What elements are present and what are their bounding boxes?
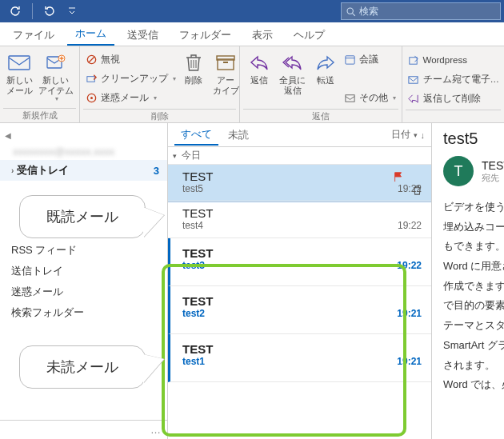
search-placeholder: 検索 [359,5,378,18]
nav-outbox[interactable]: 送信トレイ [0,261,167,281]
reply-stack: 会議 その他▾ [342,48,398,109]
refresh-button[interactable] [3,1,27,22]
nav-search-folders[interactable]: 検索フォルダー [0,302,167,323]
new-mail-button[interactable]: 新しい メール [3,48,35,95]
cleanup-label: クリーンアップ [101,73,168,85]
quick-team-label: チーム宛て電子… [423,74,500,86]
folder-nav: ◀ xxxxxxxx@xxxxx.xxxx › 受信トレイ 3 RSS フィード… [0,123,168,439]
new-item-icon [46,50,66,74]
quick-team[interactable]: チーム宛て電子… [407,70,500,88]
reading-sender-name: TEST [482,159,504,172]
chevron-right-icon: › [11,166,14,175]
message-item[interactable]: TEST test2 19:21 [168,286,431,334]
cleanup-button[interactable]: クリーンアップ▾ [85,70,176,87]
sort-label: 日付 [391,128,410,142]
reading-title: test5 [443,130,504,148]
cleanup-icon [85,72,98,85]
nav-rss[interactable]: RSS フィード [0,240,167,261]
message-item[interactable]: TEST test3 19:22 [168,238,431,286]
nav-inbox-label: 受信トレイ [17,163,69,178]
delete-hover-button[interactable] [411,184,423,196]
message-item[interactable]: TEST test1 19:21 [168,334,431,382]
filter-all[interactable]: すべて [174,125,218,146]
svg-point-7 [90,97,93,99]
nav-more[interactable]: … [0,420,167,439]
nav-inbox[interactable]: › 受信トレイ 3 [0,160,167,181]
sort-button[interactable]: 日付 ▾ ↓ [391,128,426,142]
ribbon-group-quick: Wordpress チーム宛て電子… 返信して削除 [402,46,505,122]
undo-button[interactable] [38,1,62,22]
group-header-today[interactable]: ▾ 今日 [168,147,431,165]
flag-icon[interactable] [393,171,404,182]
other-button[interactable]: その他▾ [343,89,396,106]
move-icon [407,54,420,66]
tab-home[interactable]: ホーム [67,22,114,46]
group-label-delete: 削除 [83,109,236,123]
message-time: 19:21 [397,356,422,367]
group-label-quick [406,110,502,124]
refresh-icon [9,5,22,18]
callout-unread: 未読メール [19,345,146,389]
quick-reply-delete[interactable]: 返信して削除 [407,90,500,107]
quick-stack: Wordpress チーム宛て電子… 返信して削除 [406,48,502,110]
reading-to-line: 宛先 [482,172,504,184]
chevron-down-icon: ▾ [414,131,418,139]
quick-reply-delete-label: 返信して削除 [423,93,481,105]
quick-wordpress-label: Wordpress [423,55,467,65]
quick-wordpress[interactable]: Wordpress [407,51,500,69]
tab-file[interactable]: ファイル [5,24,62,46]
forward-icon [315,50,336,74]
message-item[interactable]: TEST test4 19:22 [168,202,431,238]
archive-icon [215,50,236,74]
message-from: TEST [182,246,422,260]
nav-junk[interactable]: 迷惑メール [0,281,167,302]
group-header-label: 今日 [182,149,201,162]
new-item-button[interactable]: 新しい アイテム▾ [35,48,76,102]
account-row[interactable]: xxxxxxxx@xxxxx.xxxx [0,142,167,160]
svg-rect-1 [9,56,30,70]
message-from: TEST [182,170,422,183]
message-subject: test4 [182,220,203,231]
nav-collapse[interactable]: ◀ [0,128,167,142]
delete-button[interactable]: 削除 [178,48,210,86]
meeting-label: 会議 [359,54,378,66]
reading-pane: test5 T TEST 宛先 ビデオを使うと埋め込みコーもできます。Word … [432,123,504,439]
tab-help[interactable]: ヘルプ [286,24,333,46]
tab-view[interactable]: 表示 [244,24,281,46]
chevron-down-icon: ▾ [55,95,58,102]
message-item[interactable]: TEST test5 19:22 [168,165,431,202]
forward-button[interactable]: 転送 [310,48,342,86]
reply-delete-icon [407,92,420,105]
chevron-down-icon: ▾ [173,152,177,160]
message-subject: test5 [182,183,203,194]
chevron-down-icon: ▾ [393,94,396,102]
tab-sendrecv[interactable]: 送受信 [119,24,166,46]
reading-body: ビデオを使うと埋め込みコーもできます。Word に用意さ作成できます。で目的の要… [443,198,504,395]
ribbon-group-reply: 返信 全員に 返信 転送 会議 [240,46,402,122]
trash-icon [184,50,203,74]
group-label-new: 新規作成 [3,108,76,122]
filter-unread[interactable]: 未読 [222,126,255,145]
message-time: 19:22 [398,220,422,231]
search-box[interactable]: 検索 [341,2,501,20]
meeting-button[interactable]: 会議 [343,50,396,68]
ellipsis-icon: … [150,424,161,436]
archive-button[interactable]: アー カイブ [210,48,242,95]
reply-all-button[interactable]: 全員に 返信 [275,48,310,95]
callout-tail [143,354,164,383]
message-list-pane: すべて 未読 日付 ▾ ↓ ▾ 今日 TEST test5 19:22 [168,123,432,439]
callout-tail [143,207,164,237]
chevron-down-icon: ▾ [154,94,157,102]
reply-button[interactable]: 返信 [243,48,275,86]
mail-icon [8,50,30,74]
message-from: TEST [182,206,422,220]
message-from: TEST [182,294,422,308]
tab-folder[interactable]: フォルダー [171,24,239,46]
qat-dropdown[interactable] [65,1,79,22]
ribbon-group-delete: 無視 クリーンアップ▾ 迷惑メール▾ 削除 [80,46,240,122]
junk-button[interactable]: 迷惑メール▾ [85,89,176,106]
reply-icon [249,50,270,74]
ignore-button[interactable]: 無視 [85,50,176,68]
chevron-left-icon: ◀ [5,131,11,140]
callout-unread-label: 未読メール [46,359,118,375]
